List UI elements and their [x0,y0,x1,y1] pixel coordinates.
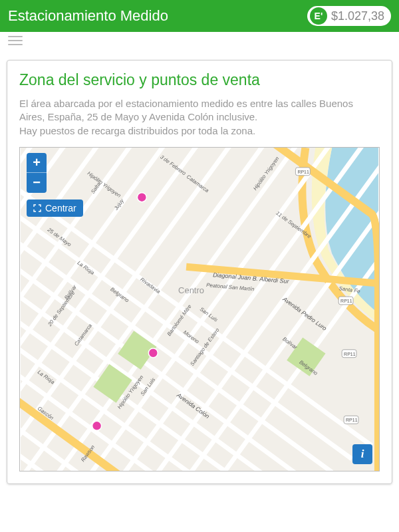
svg-point-30 [137,192,146,201]
card-desc-line1: El área abarcada por el estacionamiento … [19,98,353,122]
balance-amount: $1.027,38 [331,9,384,23]
center-button[interactable]: Centrar [27,200,83,217]
balance-pill[interactable]: E' $1.027,38 [307,6,391,26]
card-description: El área abarcada por el estacionamiento … [19,97,380,138]
zoom-control: + − [27,153,83,193]
svg-text:RP11: RP11 [340,299,352,303]
svg-text:RP11: RP11 [344,351,356,356]
info-button[interactable]: i [352,444,372,464]
expand-icon [33,204,41,212]
map-controls: + − Centrar [27,153,83,217]
content-card: Zona del servicio y puntos de venta El á… [7,60,392,484]
zoom-out-button[interactable]: − [27,173,47,193]
svg-text:RP11: RP11 [346,418,358,422]
svg-text:RP11: RP11 [297,170,309,174]
center-button-label: Centrar [45,203,76,213]
svg-point-32 [92,421,102,430]
app-header: Estacionamiento Medido E' $1.027,38 [0,0,399,32]
card-desc-line2: Hay puestos de recarga distribuidos por … [19,125,255,136]
balance-badge-icon: E' [310,7,327,25]
svg-point-31 [148,348,158,358]
app-title: Estacionamiento Medido [8,7,168,25]
zoom-in-button[interactable]: + [27,153,47,173]
label-centro: Centro [178,285,204,295]
hamburger-icon[interactable] [8,36,23,45]
card-title: Zona del servicio y puntos de venta [19,71,380,89]
toolbar [0,32,399,53]
map-container[interactable]: Centro Hipólito Yrigoyen 3 de Febrero Ca… [19,147,380,471]
